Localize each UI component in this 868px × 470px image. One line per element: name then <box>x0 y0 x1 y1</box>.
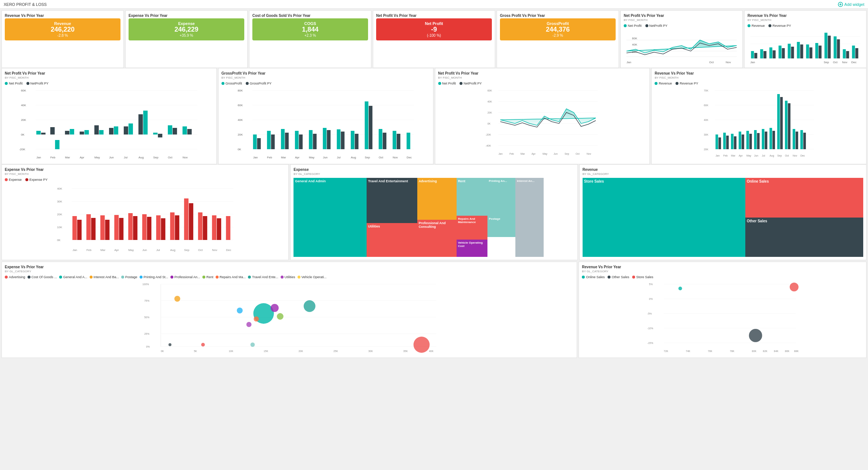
svg-rect-120 <box>397 134 400 149</box>
svg-text:Nov: Nov <box>183 156 188 159</box>
bubble-travel <box>304 300 316 312</box>
svg-rect-117 <box>379 129 382 149</box>
svg-text:0K: 0K <box>487 122 490 125</box>
treemap-vehicle: Vehicle Operating Cost <box>457 240 487 257</box>
svg-rect-75 <box>173 128 177 134</box>
svg-text:0K: 0K <box>161 350 164 352</box>
svg-rect-64 <box>94 125 99 134</box>
treemap-printing: Printing An... <box>487 178 515 216</box>
bubble-advertising <box>201 343 205 347</box>
legend-np2-dot <box>438 82 441 85</box>
svg-text:Mar: Mar <box>65 156 70 159</box>
cogs-kpi-title: Cost of Goods Sold Vs Prior Year <box>252 14 368 18</box>
legend-utilities2: Utilities <box>281 275 295 279</box>
bubble-interest <box>174 296 180 302</box>
svg-text:Jan: Jan <box>72 248 77 252</box>
grossprofit-kpi-change: -2.9 % <box>552 33 563 37</box>
revenue-scatter-subtitle: BY GL_CATEGORY <box>582 270 863 273</box>
svg-rect-176 <box>754 130 757 149</box>
cogs-kpi-card: COGS 1,844 +2.3 % <box>252 18 368 40</box>
bubble-printing <box>237 308 243 313</box>
svg-text:Jan: Jan <box>36 156 41 159</box>
grossprofit-line-legend: GrossProfit GrossProfit PY <box>221 82 430 85</box>
legend-prof2: Professional An... <box>170 275 200 279</box>
svg-text:Apr: Apr <box>295 156 300 159</box>
svg-rect-167 <box>718 137 721 149</box>
svg-text:Oct: Oct <box>168 156 173 159</box>
expense-kpi-title: Expense Vs Prior Year <box>129 14 244 18</box>
revenue-treemap-title: Revenue <box>583 168 863 172</box>
legend-interest: Interest And Ba... <box>90 275 119 279</box>
svg-text:Jun: Jun <box>109 156 114 159</box>
legend-advertising-dot <box>5 276 8 279</box>
svg-rect-60 <box>65 131 69 134</box>
treemap-store-sales: Store Sales <box>583 178 745 257</box>
svg-rect-221 <box>133 216 137 240</box>
svg-text:0%: 0% <box>649 298 653 300</box>
netprofit-kpi-change: (-100 %) <box>427 33 441 37</box>
grossprofit-line-widget: GrossProfit Vs Prior Year BY FISC_MONTH … <box>218 68 433 164</box>
svg-rect-172 <box>739 132 741 149</box>
legend-rent2: Rent <box>202 275 213 279</box>
legend-gp-dot <box>221 82 224 85</box>
legend-rev2: Revenue <box>655 82 672 85</box>
svg-rect-231 <box>203 216 207 240</box>
svg-text:Mar: Mar <box>520 153 525 155</box>
treemap-rent: Rent <box>457 178 487 216</box>
treemap-travel: Travel And Entertainment <box>367 178 417 223</box>
treemap-general-admin: General And Admin <box>293 178 367 257</box>
expense-bubble-legend: Advertising Cost Of Goods ... General An… <box>5 275 574 279</box>
svg-text:60K: 60K <box>487 89 492 92</box>
svg-text:-10%: -10% <box>647 327 653 330</box>
legend-netprofit-dot <box>624 24 627 27</box>
grossprofit-kpi-value: 244,376 <box>546 26 570 33</box>
svg-text:60K: 60K <box>238 104 243 107</box>
svg-rect-74 <box>168 125 172 134</box>
treemap-online-sales: Online Sales <box>745 178 863 218</box>
expense-kpi-value: 246,229 <box>174 26 198 33</box>
expense-bar-widget: Expense Vs Prior Year BY FISC_MONTH Expe… <box>1 164 289 260</box>
svg-text:Feb: Feb <box>509 153 514 155</box>
expense-bubble-title: Expense Vs Prior Year <box>5 265 574 269</box>
legend-store-sales: Store Sales <box>632 275 653 279</box>
svg-text:Apr: Apr <box>114 248 119 252</box>
netprofit-kpi-label: Net Profit <box>425 21 443 26</box>
svg-text:Feb: Feb <box>723 154 728 157</box>
legend-revenue-py-dot <box>768 24 771 27</box>
svg-text:Apr: Apr <box>80 156 84 159</box>
scatter-store-1 <box>790 283 799 291</box>
treemap-postage: Postage <box>487 216 515 237</box>
svg-rect-109 <box>323 128 327 149</box>
expense-bubble-subtitle: BY GL_CATEGORY <box>5 270 574 273</box>
svg-text:Oct: Oct <box>198 248 203 252</box>
expense-kpi-card: Expense 246,229 +35.9 % <box>129 18 244 40</box>
scatter-online-1 <box>678 287 682 290</box>
svg-rect-182 <box>777 94 780 149</box>
netprofit-small-chart-subtitle: BY FISC_MONTH <box>624 18 739 22</box>
legend-netprofit: Net Profit <box>624 24 642 28</box>
svg-text:40K: 40K <box>57 187 62 190</box>
svg-rect-186 <box>793 129 795 149</box>
add-widget-button[interactable]: Add widget <box>838 2 864 7</box>
bubble-utilities <box>246 322 252 327</box>
legend-vehicle2: Vehicle Operati... <box>298 275 327 279</box>
svg-rect-105 <box>295 131 299 149</box>
svg-rect-220 <box>128 213 133 240</box>
svg-text:May: May <box>746 154 752 157</box>
svg-text:-20K: -20K <box>19 148 26 151</box>
svg-text:35K: 35K <box>403 350 408 352</box>
svg-rect-57 <box>41 133 46 134</box>
svg-rect-28 <box>800 44 803 58</box>
revenue-bar-widget: Revenue Vs Prior Year BY FISC_MONTH Reve… <box>651 68 867 164</box>
legend-rent2-dot <box>202 276 205 279</box>
svg-marker-146 <box>500 109 595 125</box>
grossprofit-line-subtitle: BY FISC_MONTH <box>221 76 430 79</box>
svg-text:Dec: Dec <box>226 248 231 252</box>
grossprofit-kpi-label: GrossProfit <box>547 21 569 26</box>
svg-rect-56 <box>36 131 41 134</box>
svg-rect-171 <box>734 136 736 149</box>
svg-text:Jan: Jan <box>750 61 755 64</box>
svg-rect-61 <box>70 129 74 134</box>
svg-text:Dec: Dec <box>800 154 805 157</box>
svg-rect-185 <box>788 103 790 149</box>
